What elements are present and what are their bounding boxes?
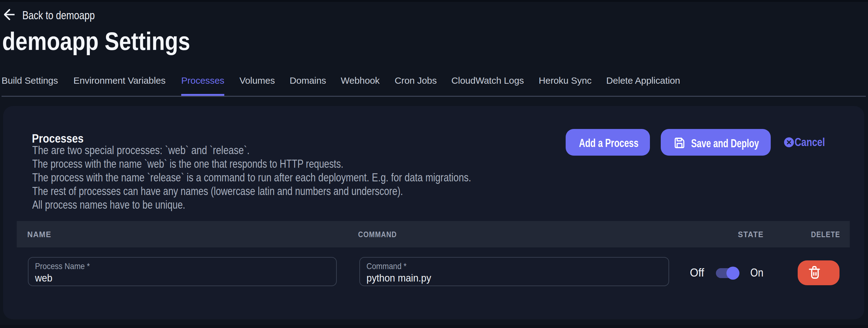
- column-delete: DELETE: [811, 230, 840, 239]
- back-label: Back to demoapp: [22, 9, 95, 22]
- window-top-edge: [0, 0, 868, 2]
- tab-cron-jobs[interactable]: Cron Jobs: [395, 75, 437, 95]
- tab-heroku-sync[interactable]: Heroku Sync: [539, 75, 592, 95]
- tab-webhook[interactable]: Webhook: [341, 75, 380, 95]
- command-field[interactable]: Command *: [359, 257, 669, 286]
- description-line: The are two special processes: `web` and…: [32, 144, 475, 157]
- state-toggle[interactable]: [716, 268, 739, 278]
- tab-processes[interactable]: Processes: [181, 75, 224, 95]
- tab-domains[interactable]: Domains: [290, 75, 326, 95]
- save-icon: [674, 137, 685, 149]
- save-and-deploy-button[interactable]: Save and Deploy: [661, 129, 771, 156]
- delete-process-button[interactable]: [798, 261, 839, 285]
- tab-environment-variables[interactable]: Environment Variables: [73, 75, 166, 95]
- cancel-button[interactable]: Cancel: [784, 129, 831, 156]
- cancel-label: Cancel: [795, 136, 825, 149]
- column-command: COMMAND: [358, 230, 397, 239]
- arrow-left-icon[interactable]: [4, 9, 14, 21]
- toggle-knob: [726, 267, 739, 280]
- process-name-input[interactable]: [35, 272, 347, 284]
- description-line: The process with the name `release` is a…: [32, 171, 471, 184]
- column-state: STATE: [738, 230, 764, 239]
- column-name: NAME: [27, 230, 52, 239]
- state-off-label: Off: [690, 266, 704, 279]
- add-process-button[interactable]: Add a Process: [566, 129, 650, 156]
- description-line: The rest of processes can have any names…: [32, 184, 464, 198]
- description-line: All process names have to be unique.: [32, 198, 463, 212]
- add-button-label: Add a Process: [579, 137, 639, 150]
- tab-volumes[interactable]: Volumes: [240, 75, 275, 95]
- save-button-label: Save and Deploy: [691, 137, 759, 150]
- page-title: demoapp Settings: [2, 27, 190, 56]
- close-circle-icon: [784, 137, 794, 148]
- tab-cloudwatch-logs[interactable]: CloudWatch Logs: [451, 75, 524, 95]
- tab-delete-application[interactable]: Delete Application: [606, 75, 680, 95]
- table-header: NAME COMMAND STATE DELETE: [17, 221, 850, 247]
- state-on-label: On: [750, 266, 763, 279]
- command-input[interactable]: [367, 272, 681, 284]
- panel-description: The are two special processes: `web` and…: [32, 144, 555, 212]
- window-bottom-edge: [0, 325, 868, 328]
- process-name-label: Process Name *: [35, 261, 299, 271]
- tab-build-settings[interactable]: Build Settings: [2, 75, 58, 95]
- back-link[interactable]: Back to demoapp: [22, 9, 109, 22]
- processes-panel: Processes The are two special processes:…: [3, 106, 864, 319]
- description-line: The process with the name `web` is the o…: [32, 157, 460, 171]
- process-name-field[interactable]: Process Name *: [28, 257, 337, 286]
- command-label: Command *: [367, 261, 631, 271]
- tab-bar: Build SettingsEnvironment VariablesProce…: [2, 75, 866, 97]
